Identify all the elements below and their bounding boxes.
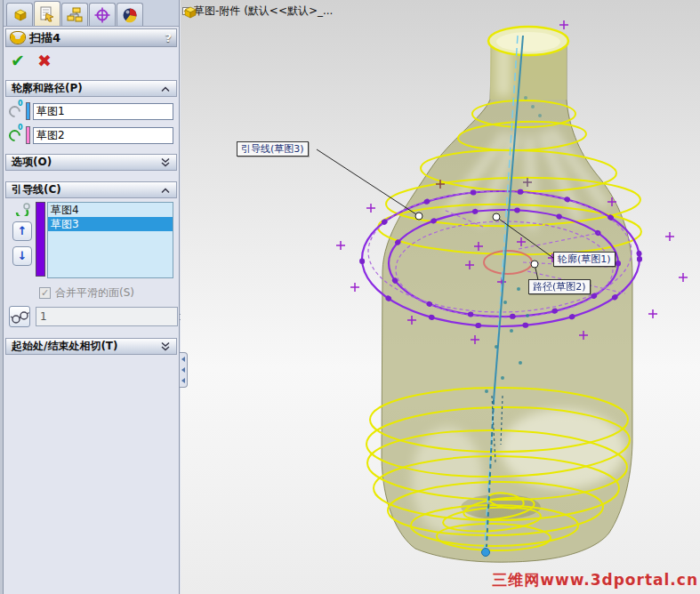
section-guide-curves[interactable]: 引导线(C) <box>5 181 177 198</box>
feature-tree-item: + 草图-附件 (默认<<默认>_... <box>182 4 333 19</box>
property-manager-panel: 扫描4 ? ✔ ✖ 轮廓和路径(P) 0 0 <box>4 0 180 594</box>
cancel-button[interactable]: ✖ <box>37 52 52 69</box>
graphics-viewport[interactable]: + 草图-附件 (默认<<默认>_... 引导线(草图3) 轮廓(草图1) 路径… <box>181 0 700 594</box>
render-sphere-icon <box>122 7 138 23</box>
solidworks-window: 扫描4 ? ✔ ✖ 轮廓和路径(P) 0 0 <box>0 0 700 594</box>
list-item-selected[interactable]: 草图3 <box>48 217 173 231</box>
property-manager-tab[interactable] <box>34 1 60 26</box>
confirm-bar: ✔ ✖ <box>4 47 179 73</box>
feature-tree-tab[interactable] <box>6 3 33 26</box>
guide-curve-callout[interactable]: 引导线(草图3) <box>237 141 309 157</box>
expand-down-icon <box>160 157 171 167</box>
section-start-end-tangency-label: 起始处/结束处相切(T) <box>12 339 160 354</box>
section-options-label: 选项(O) <box>12 155 160 170</box>
merge-faces-label: 合并平滑的面(S) <box>55 285 134 301</box>
show-sections-button[interactable] <box>9 306 30 327</box>
purple-target-icon <box>94 7 110 23</box>
guide-color-swatch <box>36 202 45 277</box>
profile-sketch-icon: 0 <box>9 106 26 117</box>
feature-title: 扫描4 <box>29 30 165 46</box>
merge-faces-row: ✓ 合并平滑的面(S) <box>39 285 179 301</box>
help-button[interactable]: ? <box>165 31 172 44</box>
section-profile-path[interactable]: 轮廓和路径(P) <box>5 80 177 97</box>
watermark: 三维网www.3dportal.cn <box>492 570 698 590</box>
glasses-icon <box>10 309 29 325</box>
profile-input[interactable] <box>33 103 173 120</box>
configuration-manager-tab[interactable] <box>61 3 88 26</box>
guide-curve-list[interactable]: 草图4 草图3 <box>47 202 173 278</box>
path-callout[interactable]: 路径(草图2) <box>528 279 591 294</box>
property-sheet-hand-icon <box>39 6 55 22</box>
profile-row: 0 <box>9 101 173 121</box>
dimxpert-tab[interactable] <box>89 3 116 26</box>
profile-color-swatch <box>26 102 30 120</box>
list-item[interactable]: 草图4 <box>48 203 173 217</box>
move-up-button[interactable]: ↑ <box>12 221 32 241</box>
collapse-up-icon <box>160 85 171 92</box>
section-guide-curves-label: 引导线(C) <box>12 182 160 197</box>
section-profile-path-label: 轮廓和路径(P) <box>12 81 160 96</box>
panel-tab-bar <box>4 0 179 27</box>
part-cube-icon <box>182 4 197 19</box>
configuration-tree-icon <box>67 7 83 23</box>
guide-curves-body: ↑ ↓ 草图4 草图3 <box>9 202 173 278</box>
path-row: 0 <box>9 125 173 145</box>
tree-item-label[interactable]: 草图-附件 (默认<<默认>_... <box>194 4 333 19</box>
bottle-3d-view <box>181 0 700 594</box>
feature-title-bar: 扫描4 ? <box>5 28 177 47</box>
part-cube-icon <box>12 7 28 22</box>
section-number-input[interactable] <box>36 307 178 326</box>
section-start-end-tangency[interactable]: 起始处/结束处相切(T) <box>5 338 177 355</box>
display-manager-tab[interactable] <box>117 3 143 26</box>
guide-curve-icon <box>13 202 31 216</box>
collapse-up-icon <box>160 187 171 194</box>
accept-button[interactable]: ✔ <box>11 52 25 69</box>
path-color-swatch <box>26 126 30 144</box>
path-sketch-icon: 0 <box>9 130 26 141</box>
path-input[interactable] <box>33 127 173 144</box>
profile-callout[interactable]: 轮廓(草图1) <box>553 252 616 267</box>
merge-faces-checkbox[interactable]: ✓ <box>39 287 51 299</box>
panel-collapse-handle[interactable] <box>180 352 188 388</box>
sweep-feature-icon <box>11 32 25 44</box>
move-down-button[interactable]: ↓ <box>12 246 32 266</box>
section-options[interactable]: 选项(O) <box>5 154 177 171</box>
expand-down-icon <box>160 341 171 351</box>
guide-display-row <box>9 306 173 327</box>
